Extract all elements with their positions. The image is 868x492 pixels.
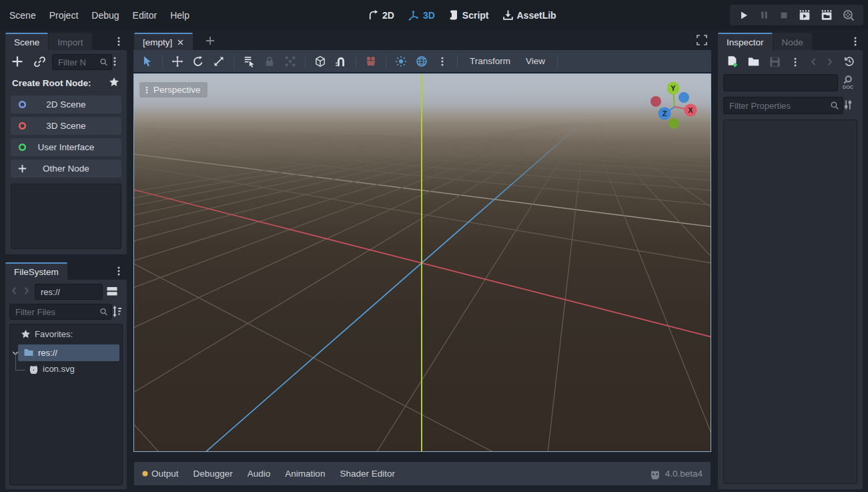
pause-button[interactable] (759, 10, 769, 20)
instance-scene-button[interactable] (33, 55, 46, 68)
environment-globe-icon[interactable] (416, 55, 428, 67)
separator (162, 55, 163, 68)
movie-maker-mode-button[interactable] (843, 9, 855, 21)
view-options-dots-icon[interactable] (436, 56, 448, 67)
axis-ball-neg-y[interactable] (669, 118, 679, 129)
view-menu[interactable]: View (522, 56, 548, 66)
scene-tree-empty-area (11, 184, 121, 249)
bottom-tab-debugger[interactable]: Debugger (193, 469, 233, 479)
menu-bar: Scene Project Debug Editor Help 2D 3D (0, 0, 868, 30)
filesystem-path-input[interactable] (35, 284, 103, 300)
mode-assetlib-button[interactable]: AssetLib (502, 9, 556, 21)
tree-root-label: res:// (38, 348, 57, 358)
play-button[interactable] (739, 10, 749, 21)
bottom-tab-audio[interactable]: Audio (248, 469, 271, 479)
nav-forward-icon[interactable] (21, 286, 31, 296)
version-label: 4.0.beta4 (665, 469, 703, 479)
create-user-interface-button[interactable]: User Interface (11, 138, 121, 156)
favorites-row[interactable]: Favorites: (21, 329, 73, 339)
property-tools-icon[interactable] (842, 99, 854, 111)
new-scene-tab-button[interactable] (205, 35, 215, 46)
menu-editor[interactable]: Editor (126, 7, 164, 23)
create-user-interface-label: User Interface (38, 142, 95, 152)
scene-toolbar-menu-icon[interactable] (109, 55, 120, 67)
separator (457, 55, 458, 68)
scene-tabs-strip: [empty] (134, 30, 712, 50)
save-icon[interactable] (769, 55, 781, 68)
play-scene-button[interactable] (799, 9, 811, 21)
create-2d-scene-button[interactable]: 2D Scene (11, 95, 121, 113)
tree-row-icon-svg[interactable]: icon.svg (29, 364, 75, 374)
inspector-filter-input[interactable] (723, 97, 843, 114)
move-mode-icon[interactable] (171, 55, 183, 67)
add-node-button[interactable] (11, 55, 24, 68)
history-list-icon[interactable] (843, 55, 855, 67)
svg-text:DOC: DOC (843, 85, 853, 90)
select-mode-icon[interactable] (141, 55, 153, 67)
mode-script-button[interactable]: Script (448, 9, 489, 21)
tab-inspector[interactable]: Inspector (718, 33, 773, 50)
select-list-icon[interactable] (243, 55, 255, 67)
playback-controls (730, 5, 863, 25)
stop-button[interactable] (779, 11, 789, 20)
create-3d-scene-button[interactable]: 3D Scene (11, 117, 121, 135)
rotate-mode-icon[interactable] (192, 55, 204, 67)
tab-inspector-label: Inspector (727, 37, 764, 47)
menu-help[interactable]: Help (163, 7, 196, 23)
bottom-tab-shader-editor[interactable]: Shader Editor (340, 469, 395, 479)
tree-file-label: icon.svg (43, 364, 75, 374)
close-icon[interactable] (177, 39, 184, 46)
3d-viewport[interactable]: Perspective Y X Z (133, 73, 711, 452)
filesystem-dock-menu-icon[interactable] (113, 265, 124, 277)
create-other-node-button[interactable]: Other Node (11, 160, 121, 178)
preview-camera-icon[interactable] (365, 55, 377, 67)
scene-tab-empty[interactable]: [empty] (134, 33, 193, 50)
history-forward-icon[interactable] (825, 57, 835, 67)
split-view-icon[interactable] (105, 284, 119, 298)
inspector-dock-menu-icon[interactable] (850, 35, 861, 47)
node3d-icon (17, 121, 27, 131)
menu-debug[interactable]: Debug (85, 7, 125, 23)
perspective-menu-button[interactable]: Perspective (139, 82, 207, 97)
new-resource-icon[interactable] (726, 55, 739, 68)
bottom-tab-debugger-label: Debugger (193, 469, 233, 479)
axis-ball-neg-x[interactable] (650, 96, 661, 107)
play-custom-scene-button[interactable] (821, 9, 833, 21)
2d-mode-label: 2D (382, 10, 394, 21)
group-icon[interactable] (284, 55, 296, 67)
load-resource-folder-icon[interactable] (747, 55, 760, 68)
resource-options-dots-icon[interactable] (790, 56, 801, 68)
sun-light-icon[interactable] (395, 55, 407, 67)
axis-gizmo[interactable]: Y X Z (638, 74, 711, 141)
tab-import[interactable]: Import (49, 33, 91, 50)
history-back-icon[interactable] (809, 57, 819, 67)
snap-magnet-icon[interactable] (335, 55, 347, 67)
open-docs-icon[interactable]: DOC (841, 74, 855, 90)
sort-files-icon[interactable] (111, 305, 123, 318)
transform-menu[interactable]: Transform (466, 56, 514, 66)
favorites-star-icon[interactable] (109, 77, 119, 87)
menu-scene[interactable]: Scene (3, 7, 43, 23)
inspector-dock: Inspector Node (718, 30, 863, 489)
perspective-label: Perspective (153, 85, 201, 95)
tab-scene[interactable]: Scene (5, 33, 48, 50)
expand-viewport-icon[interactable] (697, 35, 707, 45)
filesystem-filter-input[interactable] (9, 304, 112, 320)
tree-row-root[interactable]: res:// (23, 347, 57, 358)
resource-name-field[interactable] (723, 74, 838, 91)
mode-2d-button[interactable]: 2D (368, 9, 394, 21)
mode-3d-button[interactable]: 3D (408, 9, 435, 21)
favorites-label: Favorites: (35, 329, 73, 339)
lock-icon[interactable] (264, 55, 276, 67)
menu-project[interactable]: Project (43, 7, 85, 23)
local-space-icon[interactable] (314, 55, 326, 67)
bottom-tab-animation[interactable]: Animation (285, 469, 325, 479)
tab-filesystem[interactable]: FileSystem (5, 262, 67, 280)
tab-node[interactable]: Node (773, 33, 812, 50)
scene-dock-menu-icon[interactable] (113, 35, 124, 47)
axis-ball-neg-z[interactable] (679, 92, 689, 103)
scale-mode-icon[interactable] (213, 55, 225, 67)
nav-back-icon[interactable] (9, 286, 19, 296)
bottom-tab-output[interactable]: Output (142, 469, 179, 479)
create-2d-scene-label: 2D Scene (46, 99, 85, 109)
